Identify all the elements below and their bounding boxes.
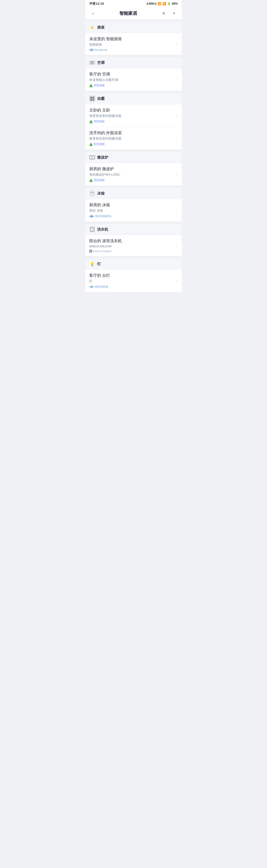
device-name: 未设置的 智能插座	[89, 36, 178, 42]
status-right: 4.95K/s 📶 🛜 🔋 68%	[146, 2, 178, 5]
light-icon: 💡	[90, 262, 95, 267]
section-title-microwave: 微波炉	[97, 155, 108, 160]
section-title-ac: 空调	[97, 60, 105, 65]
device-provider: Home Connect	[89, 250, 178, 253]
device-provider: 精灵AI联盟	[89, 285, 178, 288]
device-item[interactable]: 主卧的 主卧 奥普智浴系列风暖浴霸 阿里智能 ›	[85, 104, 182, 127]
chevron-right-icon: ›	[177, 42, 178, 46]
bath-icon	[89, 96, 95, 101]
device-name: 厨房的 冰箱	[89, 203, 178, 208]
section-icon-microwave	[89, 154, 95, 160]
battery-level: 68%	[172, 2, 178, 5]
signal-icon: 📶	[158, 2, 161, 5]
section-title-fridge: 冰箱	[97, 191, 105, 196]
status-bar: 半夜12:16 4.95K/s 📶 🛜 🔋 68%	[85, 0, 182, 7]
section-header-socket: ⚡ 插座	[85, 22, 182, 33]
microwave-icon	[89, 155, 95, 159]
section-bath: 浴霸 主卧的 主卧 奥普智浴系列风暖浴霸 阿里智能 › 洗手间的 外面浴室 奥普…	[85, 93, 182, 150]
status-time: 半夜12:16	[89, 1, 104, 6]
ac-icon	[89, 61, 95, 64]
section-ac: 空调 客厅的 空调 科龙智能云冷暖空调 阿里智能 ›	[85, 57, 182, 91]
add-device-button[interactable]: +	[170, 11, 178, 16]
device-provider: 美的智能家电	[89, 214, 178, 218]
section-icon-ac	[89, 60, 95, 66]
device-item[interactable]: 客厅的 空调 科龙智能云冷暖空调 阿里智能 ›	[85, 68, 182, 91]
section-icon-light: 💡	[89, 261, 95, 267]
device-item[interactable]: 阳台的 滚筒洗衣机 WM14U561HW Home Connect ›	[85, 235, 182, 256]
back-button[interactable]: ‹	[89, 11, 97, 16]
socket-icon: ⚡	[90, 25, 95, 30]
section-header-bath: 浴霸	[85, 93, 182, 104]
device-item[interactable]: 未设置的 智能插座 智能插座 BroadLink ›	[85, 33, 182, 55]
device-item[interactable]: 客厅的 台灯 灯 精灵AI联盟 ›	[85, 270, 182, 292]
device-provider: 阿里智能	[89, 120, 178, 123]
wifi-icon: 🛜	[162, 2, 166, 5]
device-item[interactable]: 洗手间的 外面浴室 奥普智浴系列风暖浴霸 阿里智能 ›	[85, 127, 182, 150]
chevron-right-icon: ›	[177, 244, 178, 248]
section-icon-fridge	[89, 190, 95, 196]
section-icon-bath	[89, 96, 95, 102]
section-header-fridge: 冰箱	[85, 188, 182, 199]
chevron-right-icon: ›	[177, 136, 178, 141]
section-title-washer: 洗衣机	[97, 227, 108, 232]
chevron-right-icon: ›	[177, 78, 178, 82]
list-view-button[interactable]: ≡	[160, 11, 167, 16]
section-icon-washer	[89, 226, 95, 232]
device-name: 厨房的 微波炉	[89, 166, 178, 172]
section-header-washer: 洗衣机	[85, 224, 182, 235]
section-fridge: 冰箱 厨房的 冰箱 美的 冰箱 美的智能家电 ›	[85, 188, 182, 221]
section-light: 💡 灯 客厅的 台灯 灯 精灵AI联盟 ›	[85, 258, 182, 292]
section-microwave: 微波炉 厨房的 微波炉 美的微波炉M3-L205C 阿里智能 ›	[85, 152, 182, 185]
device-name: 主卧的 主卧	[89, 108, 178, 113]
device-model: 奥普智浴系列风暖浴霸	[89, 114, 178, 118]
device-item[interactable]: 厨房的 冰箱 美的 冰箱 美的智能家电 ›	[85, 199, 182, 221]
washer-icon	[90, 227, 95, 232]
network-speed: 4.95K/s	[146, 2, 157, 5]
device-model: 灯	[89, 279, 178, 283]
device-model: 奥普智浴系列风暖浴霸	[89, 136, 178, 141]
device-model: WM14U561HW	[89, 244, 178, 248]
section-socket: ⚡ 插座 未设置的 智能插座 智能插座 BroadLink ›	[85, 22, 182, 55]
device-provider: BroadLink	[89, 48, 178, 51]
device-provider: 阿里智能	[89, 178, 178, 182]
device-model: 美的 冰箱	[89, 209, 178, 213]
section-title-light: 灯	[97, 262, 101, 267]
device-model: 美的微波炉M3-L205C	[89, 173, 178, 177]
device-provider: 阿里智能	[89, 142, 178, 146]
section-title-socket: 插座	[97, 25, 105, 30]
chevron-right-icon: ›	[177, 208, 178, 213]
section-title-bath: 浴霸	[97, 96, 105, 101]
device-item[interactable]: 厨房的 微波炉 美的微波炉M3-L205C 阿里智能 ›	[85, 163, 182, 185]
section-header-ac: 空调	[85, 57, 182, 68]
page-title: 智能家居	[97, 10, 160, 16]
header: ‹ 智能家居 ≡ +	[85, 7, 182, 20]
fridge-icon	[90, 191, 94, 196]
device-model: 科龙智能云冷暖空调	[89, 78, 178, 82]
section-header-microwave: 微波炉	[85, 152, 182, 163]
section-washer: 洗衣机 阳台的 滚筒洗衣机 WM14U561HW Home Connect ›	[85, 224, 182, 256]
section-icon-socket: ⚡	[89, 24, 95, 30]
chevron-right-icon: ›	[177, 172, 178, 177]
device-name: 客厅的 空调	[89, 72, 178, 77]
device-name: 阳台的 滚筒洗衣机	[89, 239, 178, 244]
battery-icon: 🔋	[167, 2, 171, 5]
device-model: 智能插座	[89, 42, 178, 47]
section-header-light: 💡 灯	[85, 258, 182, 270]
chevron-right-icon: ›	[177, 114, 178, 118]
device-name: 客厅的 台灯	[89, 273, 178, 278]
chevron-right-icon: ›	[177, 279, 178, 283]
device-provider: 阿里智能	[89, 84, 178, 87]
device-name: 洗手间的 外面浴室	[89, 130, 178, 136]
